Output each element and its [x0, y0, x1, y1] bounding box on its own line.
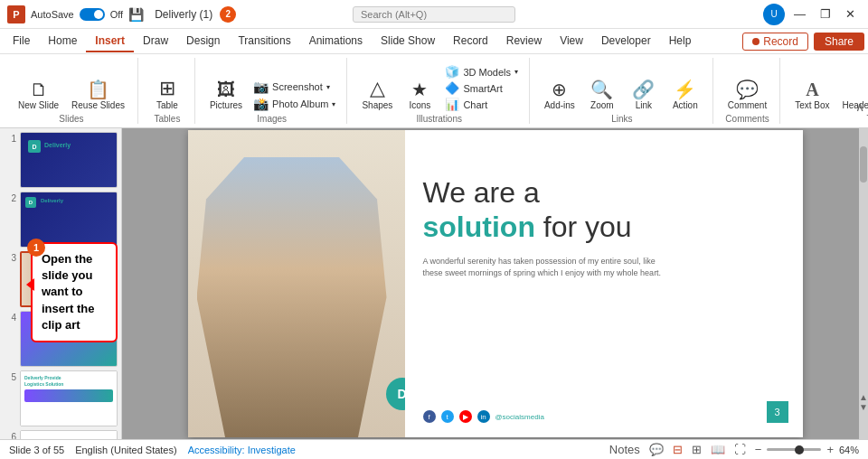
ribbon-tabs: File Home Insert Draw Design Transitions…	[0, 29, 868, 54]
maximize-button[interactable]: ❐	[815, 7, 836, 21]
icons-icon: ★	[411, 80, 428, 98]
accessibility-status[interactable]: Accessibility: Investigate	[188, 445, 296, 455]
file-name: Deliverly (1)	[155, 8, 212, 21]
ribbon-group-slides-items: 🗋 New Slide 📋 Reuse Slides	[13, 58, 130, 112]
new-slide-icon: 🗋	[30, 80, 48, 98]
main-area: 1 D Deliverly 2 D Deliverly 3	[0, 128, 868, 439]
tab-record[interactable]: Record	[444, 31, 497, 52]
status-right: Notes 💬 ⊟ ⊞ 📖 ⛶ − + 64%	[608, 443, 859, 456]
tab-animations[interactable]: Animations	[300, 31, 372, 52]
save-icon[interactable]: 💾	[128, 7, 144, 22]
zoom-level: 64%	[839, 445, 859, 455]
ribbon-photo-album[interactable]: 📸 Photo Album ▾	[250, 96, 339, 112]
search-input[interactable]	[353, 6, 515, 23]
reading-view-button[interactable]: 📖	[709, 443, 727, 456]
tab-draw[interactable]: Draw	[134, 31, 177, 52]
tab-review[interactable]: Review	[497, 31, 551, 52]
slide-num-6: 6	[4, 432, 16, 439]
slide-thumb-1[interactable]: 1 D Deliverly	[4, 132, 118, 188]
slide-num-5: 5	[4, 372, 16, 382]
smartart-icon: 🔷	[445, 82, 459, 94]
autosave-toggle[interactable]	[80, 8, 105, 21]
ribbon-shapes[interactable]: △ Shapes	[356, 77, 398, 112]
slide-num-3: 3	[4, 253, 16, 263]
ribbon-group-tables: ⊞ Table Tables	[140, 58, 195, 124]
tab-design[interactable]: Design	[177, 31, 229, 52]
slide5-bg: Deliverly ProvideLogistics Solution	[21, 371, 117, 426]
record-button[interactable]: Record	[742, 33, 808, 51]
callout-arrow	[26, 278, 34, 291]
ribbon-3d-models[interactable]: 🧊 3D Models ▾	[441, 64, 522, 80]
slide-img-6[interactable]	[20, 430, 118, 439]
badge-2: 2	[220, 6, 236, 23]
record-dot-icon	[752, 38, 760, 45]
ribbon-icons[interactable]: ★ Icons	[400, 79, 439, 112]
linkedin-icon: in	[477, 410, 490, 423]
tab-slideshow[interactable]: Slide Show	[372, 31, 444, 52]
slide-img-5[interactable]: Deliverly ProvideLogistics Solution	[20, 370, 118, 426]
ribbon-textbox[interactable]: A Text Box	[789, 79, 835, 112]
slide-sorter-button[interactable]: ⊞	[690, 443, 703, 456]
slideshow-view-button[interactable]: ⛶	[732, 443, 748, 456]
minimize-button[interactable]: —	[788, 7, 811, 21]
ribbon-group-images: 🖼 Pictures 📷 Screenshot ▾ 📸 Photo Album …	[197, 58, 348, 124]
action-icon: ⚡	[674, 80, 696, 98]
autosave-label: AutoSave	[31, 9, 74, 20]
tab-developer[interactable]: Developer	[592, 31, 660, 52]
notes-button[interactable]: Notes	[608, 443, 642, 456]
ribbon-new-slide[interactable]: 🗋 New Slide	[13, 79, 64, 112]
scroll-arrows[interactable]: ▲▼	[859, 392, 868, 412]
tab-view[interactable]: View	[551, 31, 592, 52]
ribbon-smartart[interactable]: 🔷 SmartArt	[441, 80, 522, 96]
share-button[interactable]: Share	[814, 33, 864, 51]
screenshot-icon: 📷	[253, 80, 269, 93]
tab-home[interactable]: Home	[39, 31, 86, 52]
status-bar: Slide 3 of 55 English (United States) Ac…	[0, 439, 868, 459]
slide-thumb-5[interactable]: 5 Deliverly ProvideLogistics Solution	[4, 370, 118, 426]
ribbon-images-label: Images	[257, 114, 287, 124]
slide-thumb-2[interactable]: 2 D Deliverly	[4, 192, 118, 248]
textbox-icon: A	[806, 80, 818, 98]
scrollbar-vertical[interactable]: ▲▼	[859, 128, 868, 439]
slide1-logo: D	[28, 140, 41, 153]
zoom-slider[interactable]	[767, 448, 821, 451]
tab-help[interactable]: Help	[660, 31, 701, 52]
slide-thumb-3[interactable]: 3 We are asolutionfor you Open the slide…	[4, 251, 118, 307]
slide-thumb-6[interactable]: 6	[4, 430, 118, 439]
ribbon-comment[interactable]: 💬 Comment	[722, 79, 772, 112]
ribbon-zoom[interactable]: 🔍 Zoom	[582, 79, 622, 112]
slide-panel[interactable]: 1 D Deliverly 2 D Deliverly 3	[0, 128, 122, 439]
tab-transitions[interactable]: Transitions	[229, 31, 299, 52]
tab-file[interactable]: File	[4, 31, 39, 52]
slide-img-1[interactable]: D Deliverly	[20, 132, 118, 188]
ribbon-action[interactable]: ⚡ Action	[665, 79, 705, 112]
title-bar-right: U — ❐ ✕	[576, 4, 861, 25]
ribbon-slides-label: Slides	[59, 114, 83, 124]
normal-view-button[interactable]: ⊟	[671, 443, 684, 456]
slide-info: Slide 3 of 55	[9, 445, 64, 455]
ribbon-addins[interactable]: ⊕ Add-ins	[539, 79, 580, 112]
scrollbar-thumb[interactable]	[860, 146, 867, 183]
ribbon-group-comments: 💬 Comment Comments	[715, 58, 780, 124]
facebook-icon: f	[423, 410, 436, 423]
app-icon: P	[7, 5, 25, 23]
autosave-state: Off	[110, 9, 123, 20]
ribbon: 🗋 New Slide 📋 Reuse Slides Slides ⊞ Tabl…	[0, 54, 868, 128]
ribbon-chart[interactable]: 📊 Chart	[441, 97, 522, 112]
ribbon-screenshot[interactable]: 📷 Screenshot ▾	[250, 79, 339, 95]
tab-insert[interactable]: Insert	[86, 31, 134, 52]
zoom-out-button[interactable]: −	[753, 443, 764, 456]
close-button[interactable]: ✕	[840, 7, 861, 21]
canvas-area: Deliverly D We are a solution for you A …	[122, 128, 868, 439]
ribbon-reuse-slides[interactable]: 📋 Reuse Slides	[66, 79, 130, 112]
ribbon-table[interactable]: ⊞ Table	[147, 77, 187, 112]
ribbon-expand-button[interactable]: ∧	[855, 99, 864, 114]
addins-icon: ⊕	[552, 80, 567, 98]
zoom-in-button[interactable]: +	[825, 443, 835, 456]
ribbon-link[interactable]: 🔗 Link	[624, 79, 664, 112]
ribbon-pictures[interactable]: 🖼 Pictures	[204, 79, 248, 112]
ribbon-comments-label: Comments	[725, 114, 769, 124]
status-left: Slide 3 of 55 English (United States) Ac…	[9, 445, 608, 455]
comment-view-button[interactable]: 💬	[647, 443, 665, 456]
slide2-logo: D	[25, 197, 36, 208]
